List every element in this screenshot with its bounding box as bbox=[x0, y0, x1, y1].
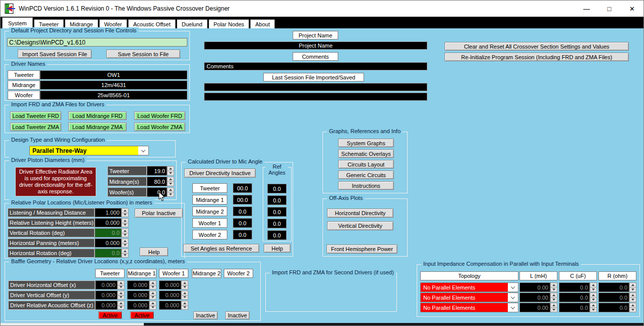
woofer1-ref-angle-field[interactable]: 0.0 bbox=[267, 219, 287, 228]
offset-z-tweeter-stepper[interactable] bbox=[117, 301, 125, 310]
save-session-button[interactable]: Save Session to File bbox=[106, 50, 180, 58]
load-woofer-frd-button[interactable]: Load Woofer FRD bbox=[134, 111, 185, 120]
minimize-icon[interactable]: — bbox=[575, 1, 598, 17]
offset-x-tweeter-field[interactable]: 0.000 bbox=[95, 280, 117, 290]
r-value-field-2[interactable]: 0.0 bbox=[598, 293, 629, 302]
topology-dropdown-3[interactable]: No Parallel Elements bbox=[420, 303, 518, 312]
c-value-field-3[interactable]: 0.0 bbox=[559, 303, 590, 312]
reinitialize-button[interactable]: Re-Initialize Program Session (Including… bbox=[445, 53, 629, 61]
woofer-name-field[interactable]: 25w/8565-01 bbox=[40, 91, 187, 100]
offset-x-woofer1-stepper[interactable] bbox=[181, 280, 188, 290]
project-name-input[interactable]: Project Name bbox=[204, 42, 427, 50]
mic-angle-help-button[interactable]: Help bbox=[264, 244, 291, 253]
horizontal-rotation-field[interactable]: 0.0 bbox=[95, 249, 122, 258]
listening-height-stepper[interactable] bbox=[122, 218, 129, 227]
l-stepper-1[interactable] bbox=[550, 282, 557, 292]
load-tweeter-frd-button[interactable]: Load Tweeter FRD bbox=[10, 111, 61, 120]
woofer1-angle-field[interactable]: 0.0 bbox=[233, 218, 252, 228]
midrange-diameter-stepper[interactable] bbox=[167, 177, 174, 186]
offset-z-tweeter-field[interactable]: 0.000 bbox=[95, 301, 117, 310]
offset-y-midrange1-stepper[interactable] bbox=[149, 291, 156, 300]
tweeter-diameter-field[interactable]: 19.0 bbox=[147, 166, 167, 176]
vertical-rotation-stepper[interactable] bbox=[122, 228, 129, 237]
instructions-button[interactable]: Instructions bbox=[338, 181, 394, 190]
c-value-field-2[interactable]: 0.0 bbox=[559, 293, 590, 302]
system-graphs-button[interactable]: System Graphs bbox=[338, 139, 394, 147]
offset-z-midrange1-stepper[interactable] bbox=[149, 301, 156, 310]
offset-y-woofer1-field[interactable]: 0.000 bbox=[159, 291, 181, 300]
set-angles-reference-button[interactable]: Set Angles as Reference bbox=[183, 244, 259, 253]
offset-x-midrange1-field[interactable]: 0.000 bbox=[127, 280, 149, 290]
polar-inactive-button[interactable]: Polar Inactive bbox=[135, 209, 183, 218]
listening-distance-stepper[interactable] bbox=[122, 208, 129, 217]
midrange-diameter-field[interactable]: 80.0 bbox=[147, 177, 167, 186]
offset-y-midrange1-field[interactable]: 0.000 bbox=[127, 291, 149, 300]
woofer2-angle-field[interactable]: 0.0 bbox=[233, 230, 252, 239]
vertical-directivity-button[interactable]: Vertical Directivity bbox=[327, 221, 393, 230]
midrange-name-field[interactable]: 12m/4631 bbox=[40, 80, 187, 90]
clear-reset-button[interactable]: Clear and Reset All Crossover Section Se… bbox=[445, 42, 629, 51]
woofer2-inactive-button[interactable]: Inactive bbox=[225, 311, 250, 319]
listening-distance-field[interactable]: 1.000 bbox=[95, 208, 122, 217]
tab-about[interactable]: About bbox=[250, 19, 275, 28]
close-icon[interactable]: ✕ bbox=[621, 1, 643, 17]
midrange1-angle-field[interactable]: 00.0 bbox=[233, 195, 252, 205]
offset-z-woofer1-stepper[interactable] bbox=[181, 301, 188, 310]
tweeter-ref-angle-field[interactable]: 0.0 bbox=[267, 184, 287, 193]
load-tweeter-zma-button[interactable]: Load Tweeter ZMA bbox=[10, 123, 61, 131]
l-value-field-3[interactable]: 0.00 bbox=[519, 303, 550, 312]
tweeter-name-field[interactable]: OW1 bbox=[40, 70, 187, 79]
r-value-field-3[interactable]: 0.0 bbox=[598, 303, 629, 312]
offset-z-woofer1-field[interactable]: 0.000 bbox=[159, 301, 181, 310]
import-session-button[interactable]: Import Saved Session File bbox=[18, 50, 92, 58]
project-directory-input[interactable]: C:\Designs\WinPCD_v1.610 bbox=[7, 38, 187, 47]
l-value-field-2[interactable]: 0.00 bbox=[519, 293, 550, 302]
c-value-field-1[interactable]: 0.0 bbox=[559, 282, 590, 292]
driver-directivity-button[interactable]: Driver Directivity Inactive bbox=[184, 169, 256, 178]
offset-x-tweeter-stepper[interactable] bbox=[117, 280, 125, 290]
listening-height-field[interactable]: 0.000 bbox=[95, 218, 122, 227]
comments-input[interactable]: Comments bbox=[204, 62, 427, 70]
tweeter-angle-field[interactable]: 00.0 bbox=[233, 183, 252, 193]
midrange2-inactive-button[interactable]: Inactive bbox=[193, 311, 218, 319]
offset-x-midrange1-stepper[interactable] bbox=[149, 280, 156, 290]
maximize-icon[interactable]: □ bbox=[598, 1, 621, 17]
horizontal-rotation-stepper[interactable] bbox=[122, 249, 129, 258]
offset-x-woofer1-field[interactable]: 0.000 bbox=[159, 280, 181, 290]
tweeter-diameter-stepper[interactable] bbox=[167, 166, 174, 176]
schematic-overlays-button[interactable]: Schematic Overlays bbox=[338, 149, 394, 158]
load-midrange-zma-button[interactable]: Load Midrange ZMA bbox=[68, 123, 127, 131]
horizontal-panning-stepper[interactable] bbox=[122, 238, 129, 248]
r-stepper-1[interactable] bbox=[629, 282, 636, 292]
r-stepper-3[interactable] bbox=[629, 303, 636, 312]
horizontal-panning-field[interactable]: 0.000 bbox=[95, 238, 122, 248]
c-stepper-3[interactable] bbox=[590, 303, 597, 312]
topology-dropdown-1[interactable]: No Parallel Elements bbox=[420, 282, 518, 292]
c-stepper-2[interactable] bbox=[590, 293, 597, 302]
c-stepper-1[interactable] bbox=[590, 282, 597, 292]
generic-circuits-button[interactable]: Generic Circuits bbox=[338, 171, 394, 179]
horizontal-directivity-button[interactable]: Horizontal Directivity bbox=[327, 209, 393, 218]
front-hemisphere-power-button[interactable]: Front Hemisphere Power bbox=[327, 244, 397, 254]
circuits-layout-button[interactable]: Circuits Layout bbox=[338, 160, 394, 169]
l-stepper-3[interactable] bbox=[550, 303, 557, 312]
l-value-field-1[interactable]: 0.00 bbox=[519, 282, 550, 292]
polar-help-button[interactable]: Help bbox=[140, 248, 168, 256]
offset-z-midrange1-field[interactable]: 0.000 bbox=[127, 301, 149, 310]
midrange2-angle-field[interactable]: 0.0 bbox=[233, 207, 252, 216]
r-value-field-1[interactable]: 0.0 bbox=[598, 282, 629, 292]
design-type-dropdown[interactable]: Parallel Three-Way bbox=[29, 146, 149, 155]
load-woofer-zma-button[interactable]: Load Woofer ZMA bbox=[134, 123, 185, 131]
vertical-rotation-field[interactable]: 0.0 bbox=[95, 228, 122, 237]
tab-duelund[interactable]: Duelund bbox=[177, 19, 208, 28]
r-stepper-2[interactable] bbox=[629, 293, 636, 302]
woofer-diameter-stepper[interactable] bbox=[167, 187, 174, 197]
load-midrange-frd-button[interactable]: Load Midrange FRD bbox=[68, 111, 127, 120]
tab-polar-nodes[interactable]: Polar Nodes bbox=[209, 19, 250, 28]
tab-system[interactable]: System bbox=[2, 17, 33, 28]
tweeter-active-button[interactable]: Active bbox=[98, 311, 122, 319]
midrange1-ref-angle-field[interactable]: 0.0 bbox=[267, 195, 287, 205]
woofer2-ref-angle-field[interactable]: 0.0 bbox=[267, 230, 287, 240]
offset-y-tweeter-field[interactable]: 0.000 bbox=[95, 291, 117, 300]
topology-dropdown-2[interactable]: No Parallel Elements bbox=[420, 293, 518, 302]
